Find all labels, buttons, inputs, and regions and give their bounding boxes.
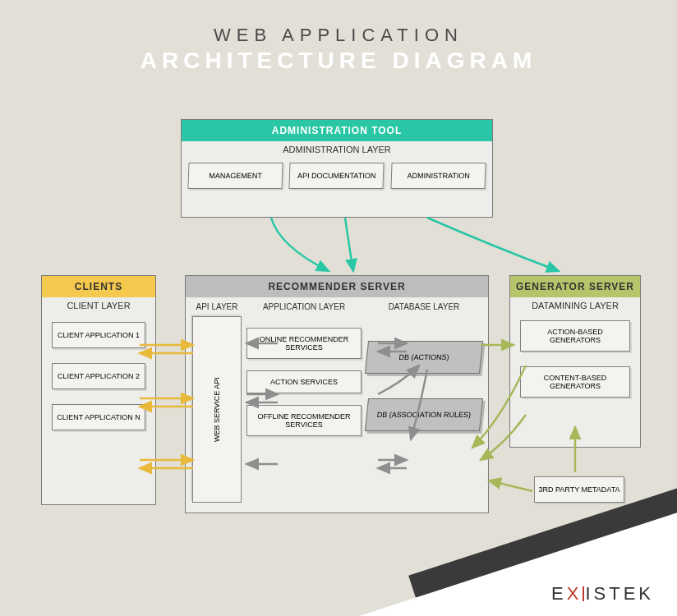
content-based-generators-box: CONTENT-BASED GENERATORS: [520, 366, 630, 398]
recommender-server-panel: RECOMMENDER SERVER API LAYER WEB SERVICE…: [185, 275, 489, 513]
client-layer-label: CLIENT LAYER: [42, 297, 155, 315]
management-box: MANAGEMENT: [187, 163, 283, 189]
application-layer-label: APPLICATION LAYER: [246, 301, 362, 316]
datamining-layer-label: DATAMINING LAYER: [510, 297, 640, 315]
api-documentation-box: API DOCUMENTATION: [289, 163, 385, 189]
db-actions-box: DB (ACTIONS): [365, 341, 483, 374]
administration-tool-header: ADMINISTRATION TOOL: [182, 120, 492, 141]
recommender-server-header: RECOMMENDER SERVER: [186, 276, 488, 297]
api-layer-column: API LAYER WEB SERVICE API: [192, 301, 242, 511]
client-application-1-box: CLIENT APPLICATION 1: [52, 322, 145, 348]
generator-server-header: GENERATOR SERVER: [510, 276, 640, 297]
diagram-title: WEB APPLICATION ARCHITECTURE DIAGRAM: [0, 0, 677, 84]
title-line-1: WEB APPLICATION: [0, 25, 677, 46]
generator-server-panel: GENERATOR SERVER DATAMINING LAYER ACTION…: [509, 275, 641, 448]
third-party-metadata-box: 3RD PARTY METADATA: [534, 476, 624, 503]
web-service-api-box: WEB SERVICE API: [192, 316, 242, 503]
database-layer-column: DATABASE LAYER DB (ACTIONS) DB (ASSOCIAT…: [366, 301, 481, 511]
administration-tool-panel: ADMINISTRATION TOOL ADMINISTRATION LAYER…: [181, 119, 493, 218]
client-application-2-box: CLIENT APPLICATION 2: [52, 363, 145, 389]
client-application-n-box: CLIENT APPLICATION N: [52, 404, 145, 430]
api-layer-label: API LAYER: [192, 301, 242, 316]
logo-e: E: [551, 583, 567, 604]
logo-x: X: [567, 583, 583, 604]
title-line-2: ARCHITECTURE DIAGRAM: [0, 48, 677, 74]
online-recommender-services-box: ONLINE RECOMMENDER SERVICES: [246, 328, 362, 359]
db-association-rules-box: DB (ASSOCIATION RULES): [365, 398, 483, 431]
clients-panel: CLIENTS CLIENT LAYER CLIENT APPLICATION …: [41, 275, 156, 505]
administration-box: ADMINISTRATION: [390, 163, 486, 189]
offline-recommender-services-box: OFFLINE RECOMMENDER SERVICES: [246, 405, 362, 436]
logo-rest: ISTEK: [585, 583, 654, 604]
database-layer-label: DATABASE LAYER: [366, 301, 481, 316]
action-based-generators-box: ACTION-BASED GENERATORS: [520, 320, 630, 352]
clients-header: CLIENTS: [42, 276, 155, 297]
application-layer-column: APPLICATION LAYER ONLINE RECOMMENDER SER…: [246, 301, 362, 511]
administration-layer-label: ADMINISTRATION LAYER: [182, 141, 492, 159]
logo-bar-icon: [583, 586, 584, 601]
action-services-box: ACTION SERVICES: [246, 370, 362, 393]
existek-logo: EXISTEK: [551, 583, 654, 605]
